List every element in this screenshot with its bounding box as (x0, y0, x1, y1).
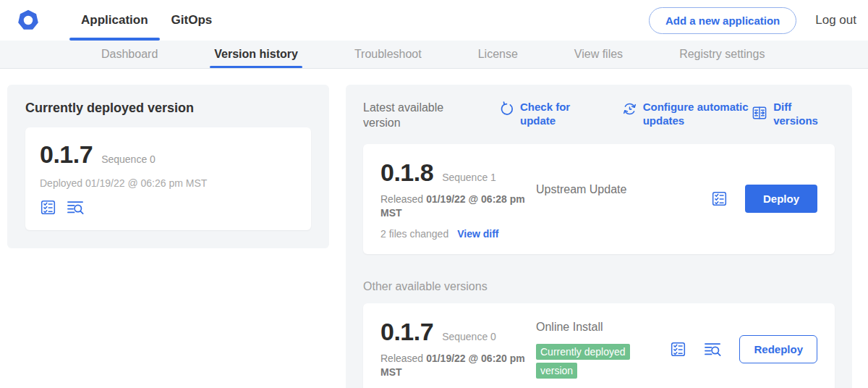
add-new-application-button[interactable]: Add a new application (649, 7, 796, 34)
subnav-item-view-files[interactable]: View files (570, 41, 627, 68)
version-number: 0.1.8 (380, 159, 433, 187)
released-timestamp: Released01/19/22 @ 06:20 pm MST (380, 352, 532, 380)
other-available-versions-heading: Other available versions (363, 280, 835, 293)
version-row-0-1-8: 0.1.8 Sequence 1 Released01/19/22 @ 06:2… (363, 144, 835, 254)
currently-deployed-badge: Currently deployed version (536, 344, 630, 379)
version-number: 0.1.7 (380, 318, 433, 346)
files-changed-label: 2 files changed (380, 228, 448, 240)
view-logs-icon[interactable] (704, 341, 722, 358)
view-diff-link[interactable]: View diff (457, 228, 498, 240)
configure-automatic-updates-label: Configure automatic updates (643, 101, 752, 128)
preflight-checklist-icon[interactable] (711, 190, 728, 207)
app-header: Application GitOps Add a new application… (0, 0, 868, 41)
subnav-item-version-history[interactable]: Version history (210, 41, 302, 68)
deployed-sequence-label: Sequence 0 (101, 153, 156, 165)
preflight-checklist-icon[interactable] (40, 199, 56, 216)
subnav-item-license[interactable]: License (474, 41, 522, 68)
sequence-label: Sequence 1 (442, 172, 496, 183)
preflight-checklist-icon[interactable] (670, 341, 686, 358)
kots-logo-icon (16, 8, 41, 33)
version-row-0-1-7: 0.1.7 Sequence 0 Released01/19/22 @ 06:2… (363, 303, 835, 388)
deploy-button[interactable]: Deploy (745, 185, 817, 213)
header-tabs: Application GitOps (69, 0, 224, 41)
redeploy-button[interactable]: Redeploy (739, 335, 817, 363)
app-subnav: Dashboard Version history Troubleshoot L… (0, 41, 868, 69)
version-source-label: Online Install (536, 321, 670, 334)
version-row-actions: Redeploy (670, 335, 817, 363)
currently-deployed-title: Currently deployed version (25, 101, 311, 116)
subnav-item-registry-settings[interactable]: Registry settings (675, 41, 769, 68)
deployed-timestamp: Deployed 01/19/22 @ 06:26 pm MST (40, 177, 297, 189)
version-source-block: Online Install Currently deployed versio… (536, 321, 670, 381)
version-history-panel: Latest available version Check for updat… (346, 85, 852, 388)
refresh-icon (499, 101, 514, 120)
check-for-update-button[interactable]: Check for update (499, 101, 573, 128)
latest-available-heading: Latest available version (363, 101, 464, 131)
subnav-item-dashboard[interactable]: Dashboard (97, 41, 162, 68)
diff-icon (752, 104, 767, 125)
released-timestamp: Released01/19/22 @ 06:28 pm MST (380, 193, 532, 221)
main-content: Currently deployed version 0.1.7 Sequenc… (0, 69, 868, 388)
version-info: 0.1.8 Sequence 1 Released01/19/22 @ 06:2… (380, 159, 536, 240)
sequence-label: Sequence 0 (442, 331, 496, 342)
subnav-item-troubleshoot[interactable]: Troubleshoot (350, 41, 426, 68)
configure-automatic-updates-button[interactable]: Configure automatic updates (622, 101, 752, 128)
auto-update-clock-icon (622, 101, 637, 120)
diff-versions-label: Diff versions (773, 101, 835, 128)
view-logs-icon[interactable] (67, 199, 85, 216)
version-info: 0.1.7 Sequence 0 Released01/19/22 @ 06:2… (380, 318, 536, 381)
tab-gitops[interactable]: GitOps (160, 0, 224, 41)
check-for-update-label: Check for update (520, 101, 573, 128)
panel-header: Latest available version Check for updat… (363, 101, 835, 131)
version-row-actions: Deploy (711, 185, 817, 213)
currently-deployed-card: Currently deployed version 0.1.7 Sequenc… (7, 85, 329, 248)
diff-versions-button[interactable]: Diff versions (752, 101, 835, 128)
deployed-version-number: 0.1.7 (40, 140, 93, 169)
logout-link[interactable]: Log out (815, 13, 856, 28)
version-source-label: Upstream Update (536, 183, 711, 240)
deployed-version-card: 0.1.7 Sequence 0 Deployed 01/19/22 @ 06:… (25, 127, 311, 230)
tab-application[interactable]: Application (69, 0, 160, 41)
